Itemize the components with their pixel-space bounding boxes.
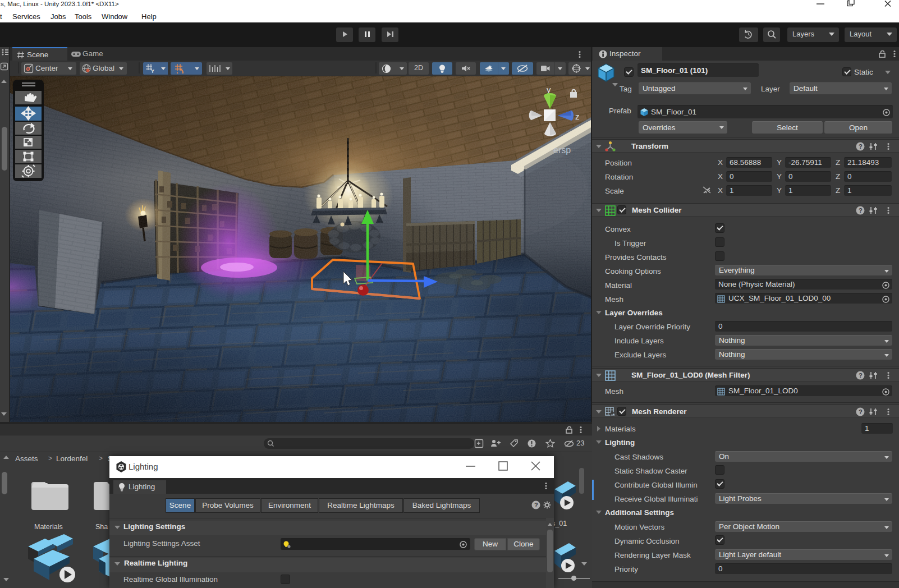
svg-text:z: z	[575, 112, 580, 121]
svg-text:y: y	[547, 85, 551, 94]
svg-text:ersp: ersp	[553, 145, 571, 155]
svg-text:?: ?	[534, 502, 538, 508]
svg-text:?: ?	[859, 408, 863, 415]
svg-text:?: ?	[859, 143, 863, 150]
svg-text:Y: Y	[151, 68, 154, 74]
svg-text:?: ?	[859, 372, 863, 379]
svg-text:?: ?	[859, 207, 863, 214]
